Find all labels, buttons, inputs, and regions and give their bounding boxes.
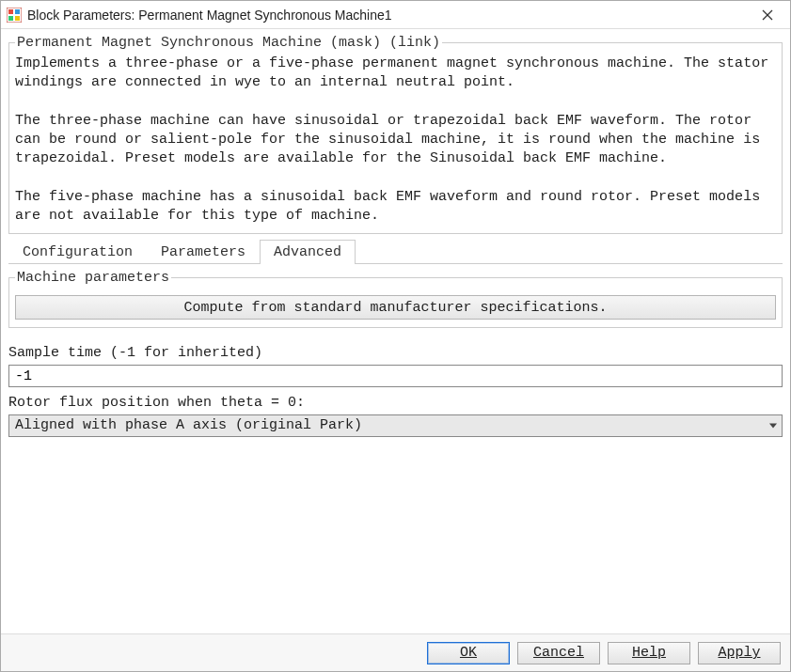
machine-parameters-group: Machine parameters Compute from standard… [8,270,783,328]
titlebar: Block Parameters: Permanent Magnet Synch… [1,1,790,29]
apply-button[interactable]: Apply [698,642,781,664]
close-icon [762,9,773,21]
tabstrip: Configuration Parameters Advanced [8,240,783,264]
ok-button[interactable]: OK [427,642,510,664]
rotor-flux-label: Rotor flux position when theta = 0: [8,395,783,411]
sample-time-input[interactable] [8,365,783,387]
svg-rect-2 [15,9,20,14]
spacer [8,437,783,630]
rotor-flux-select[interactable]: Aligned with phase A axis (original Park… [8,414,783,437]
mask-legend: Permanent Magnet Synchronous Machine (ma… [15,35,442,51]
dialog-button-row: OK Cancel Help Apply [1,633,790,671]
machine-parameters-legend: Machine parameters [15,270,171,286]
cancel-button[interactable]: Cancel [517,642,600,664]
window-title: Block Parameters: Permanent Magnet Synch… [27,8,749,23]
compute-from-specs-button[interactable]: Compute from standard manufacturer speci… [15,295,776,320]
close-button[interactable] [749,2,786,28]
svg-rect-1 [8,9,13,14]
help-label: Help [632,645,666,661]
apply-label: Apply [718,645,760,661]
tab-configuration[interactable]: Configuration [8,240,147,264]
dialog-window: Block Parameters: Permanent Magnet Synch… [0,0,791,672]
svg-rect-3 [8,16,13,21]
tab-advanced[interactable]: Advanced [260,240,356,264]
tab-parameters[interactable]: Parameters [147,240,260,264]
help-button[interactable]: Help [608,642,690,664]
sample-time-label: Sample time (-1 for inherited) [8,345,783,361]
dialog-body: Permanent Magnet Synchronous Machine (ma… [1,29,790,633]
mask-description: Implements a three-phase or a five-phase… [15,55,776,226]
chevron-down-icon [769,424,777,429]
ok-label: OK [460,645,477,661]
cancel-label: Cancel [533,645,584,661]
rotor-flux-value: Aligned with phase A axis (original Park… [8,414,783,437]
mask-description-group: Permanent Magnet Synchronous Machine (ma… [8,35,783,234]
tabpanel-advanced: Machine parameters Compute from standard… [8,263,783,630]
svg-rect-4 [15,16,20,21]
simulink-icon [7,8,22,23]
